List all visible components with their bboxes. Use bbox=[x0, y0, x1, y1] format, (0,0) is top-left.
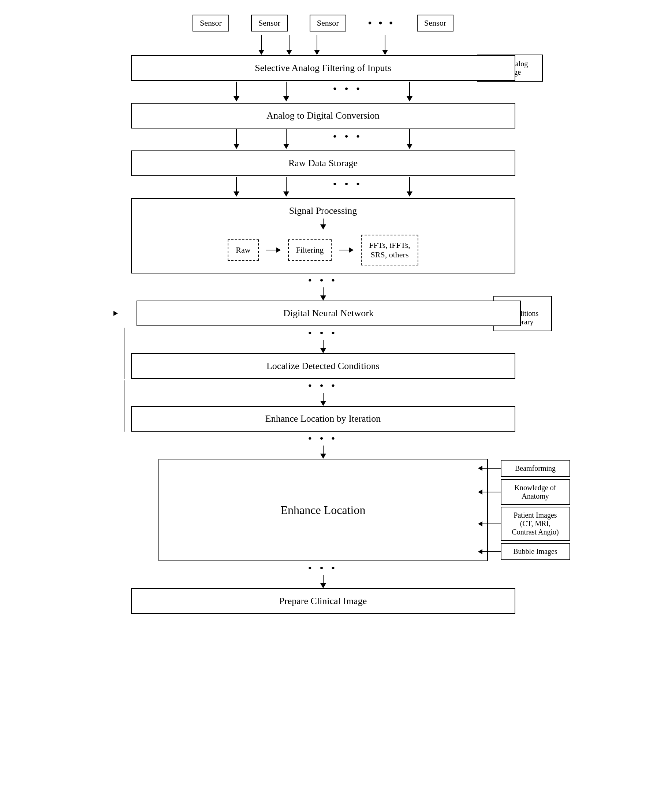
dots-2: • • • bbox=[333, 129, 363, 144]
bubble-images-box: Bubble Images bbox=[501, 543, 570, 560]
beamforming-row: Beamforming bbox=[478, 460, 570, 477]
sensor-box-4: Sensor bbox=[417, 15, 454, 32]
sensor-row: Sensor Sensor Sensor • • • Sensor bbox=[67, 15, 579, 32]
feedback-arrow-in bbox=[113, 311, 118, 316]
sensor-box-1: Sensor bbox=[192, 15, 229, 32]
feedback-left-line-3 bbox=[124, 380, 125, 406]
arrows-row-8: • • • bbox=[94, 433, 552, 459]
anatomy-box: Knowledge of Anatomy bbox=[501, 479, 570, 505]
signal-ffts-box: FFTs, iFFTs, SRS, others bbox=[361, 235, 418, 266]
signal-raw-box: Raw bbox=[228, 240, 258, 261]
sensor-box-2: Sensor bbox=[251, 15, 288, 32]
feedback-left-line-2 bbox=[124, 353, 125, 379]
dots-1: • • • bbox=[333, 82, 363, 96]
dots-3: • • • bbox=[333, 177, 363, 191]
arrows-row-7: • • • bbox=[94, 380, 552, 406]
signal-inner-row: Raw Filtering FFTs, iFFTs, SRS, others bbox=[143, 235, 504, 266]
patient-images-box: Patient Images (CT, MRI, Contrast Angio) bbox=[501, 507, 570, 541]
arrows-row-3: • • • bbox=[131, 129, 515, 151]
anatomy-row: Knowledge of Anatomy bbox=[478, 479, 570, 505]
diagram: Sensor Sensor Sensor • • • Sensor Select… bbox=[67, 15, 579, 614]
arrows-row-4: • • • bbox=[131, 177, 515, 198]
dnn-box: Digital Neural Network bbox=[137, 301, 521, 326]
arrows-row-6: • • • bbox=[94, 328, 552, 353]
feedback-left-line-4 bbox=[124, 406, 125, 432]
feedback-bottom-arrow bbox=[124, 431, 125, 432]
side-boxes-group: Beamforming Knowledge of Anatomy P bbox=[478, 459, 570, 561]
feedback-left-line-1 bbox=[124, 328, 125, 353]
prepare-clinical-box: Prepare Clinical Image bbox=[131, 588, 515, 614]
arrows-row-5: • • • bbox=[131, 275, 515, 301]
enhance-location-box: Enhance Location bbox=[158, 459, 488, 561]
analog-digital-box: Analog to Digital Conversion bbox=[131, 103, 515, 128]
localize-box: Localize Detected Conditions bbox=[131, 353, 515, 379]
enhance-iteration-box: Enhance Location by Iteration bbox=[131, 406, 515, 432]
selective-filtering-box: Selective Analog Filtering of Inputs bbox=[131, 55, 515, 81]
enhance-location-row: Enhance Location Beamforming Know bbox=[76, 459, 570, 561]
beamforming-box: Beamforming bbox=[501, 460, 570, 477]
bubble-images-row: Bubble Images bbox=[478, 543, 570, 560]
patient-images-row: Patient Images (CT, MRI, Contrast Angio) bbox=[478, 507, 570, 541]
arrows-row-9: • • • bbox=[158, 563, 488, 588]
sensor-arrows bbox=[158, 35, 488, 55]
localize-row: Localize Detected Conditions bbox=[94, 353, 552, 379]
signal-processing-box: Signal Processing Raw Filtering bbox=[131, 198, 515, 273]
sensor-dots: • • • bbox=[368, 17, 395, 29]
enhance-iteration-row: Enhance Location by Iteration bbox=[94, 406, 552, 432]
raw-data-storage-box: Raw Data Storage bbox=[131, 151, 515, 176]
dnn-row: Digital Neural Network Conditions Librar… bbox=[94, 301, 552, 326]
signal-filtering-box: Filtering bbox=[288, 240, 332, 261]
sensor-box-3: Sensor bbox=[310, 15, 346, 32]
arrows-row-2: • • • bbox=[131, 82, 515, 103]
selective-filtering-row: Selective Analog Filtering of Inputs Raw… bbox=[104, 55, 543, 81]
